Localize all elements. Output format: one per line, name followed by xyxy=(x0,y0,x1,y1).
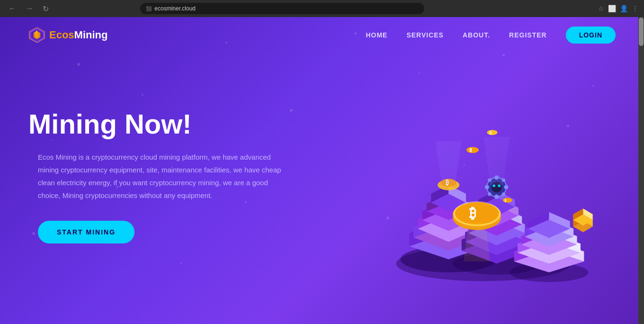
svg-point-52 xyxy=(504,185,508,189)
logo-text: EcosMining xyxy=(49,29,107,41)
hero-content: Mining Now! Ecos Mining is a cryptocurre… xyxy=(28,109,351,243)
hero-description: Ecos Mining is a cryptocurrency cloud mi… xyxy=(38,151,284,202)
reload-button[interactable]: ↻ xyxy=(40,2,52,15)
nav-about[interactable]: ABOUT. xyxy=(463,31,490,39)
svg-point-89 xyxy=(455,202,499,224)
logo[interactable]: EcosMining xyxy=(28,27,107,44)
start-mining-button[interactable]: START MINING xyxy=(38,221,134,243)
browser-chrome: ← → ↻ ⬛ ecosminer.cloud ☆ ⬜ 👤 ⋮ xyxy=(0,0,644,17)
login-button[interactable]: LOGIN xyxy=(566,27,616,44)
menu-icon[interactable]: ⋮ xyxy=(632,5,638,12)
browser-actions: ☆ ⬜ 👤 ⋮ xyxy=(598,5,638,12)
svg-point-50 xyxy=(494,195,499,199)
svg-marker-28 xyxy=(435,141,461,185)
forward-button[interactable]: → xyxy=(23,2,36,15)
mining-scene-svg: ₿ xyxy=(351,63,616,290)
url-text: ecosminer.cloud xyxy=(154,5,196,12)
extensions-icon[interactable]: ⬜ xyxy=(608,5,616,12)
svg-rect-3 xyxy=(35,33,38,38)
svg-text:₿: ₿ xyxy=(469,147,472,153)
svg-point-93 xyxy=(466,147,479,153)
hero-illustration: ₿ xyxy=(351,63,616,290)
svg-point-62 xyxy=(503,198,512,203)
svg-point-95 xyxy=(487,130,497,135)
nav-register[interactable]: REGISTER xyxy=(509,31,547,39)
address-bar[interactable]: ⬛ ecosminer.cloud xyxy=(140,3,424,14)
nav-services[interactable]: SERVICES xyxy=(406,31,444,39)
logo-ecos: Ecos xyxy=(49,29,74,41)
hero-section: Mining Now! Ecos Mining is a cryptocurre… xyxy=(0,53,644,309)
svg-point-55 xyxy=(488,192,491,196)
svg-marker-92 xyxy=(464,222,490,261)
navbar: EcosMining HOME SERVICES ABOUT. REGISTER… xyxy=(0,17,644,53)
svg-point-56 xyxy=(502,192,505,196)
svg-point-51 xyxy=(485,185,489,189)
security-icon: ⬛ xyxy=(146,6,152,11)
hero-title: Mining Now! xyxy=(28,109,351,139)
bookmark-icon[interactable]: ☆ xyxy=(598,5,604,12)
profile-icon[interactable]: 👤 xyxy=(620,5,628,12)
logo-mining: Mining xyxy=(74,29,108,41)
back-button[interactable]: ← xyxy=(6,2,19,15)
svg-text:₿: ₿ xyxy=(469,205,476,221)
nav-links: HOME SERVICES ABOUT. REGISTER LOGIN xyxy=(366,27,616,44)
logo-icon xyxy=(28,27,45,44)
nav-home[interactable]: HOME xyxy=(366,31,387,39)
website-container: EcosMining HOME SERVICES ABOUT. REGISTER… xyxy=(0,17,644,324)
svg-marker-64 xyxy=(483,137,510,185)
